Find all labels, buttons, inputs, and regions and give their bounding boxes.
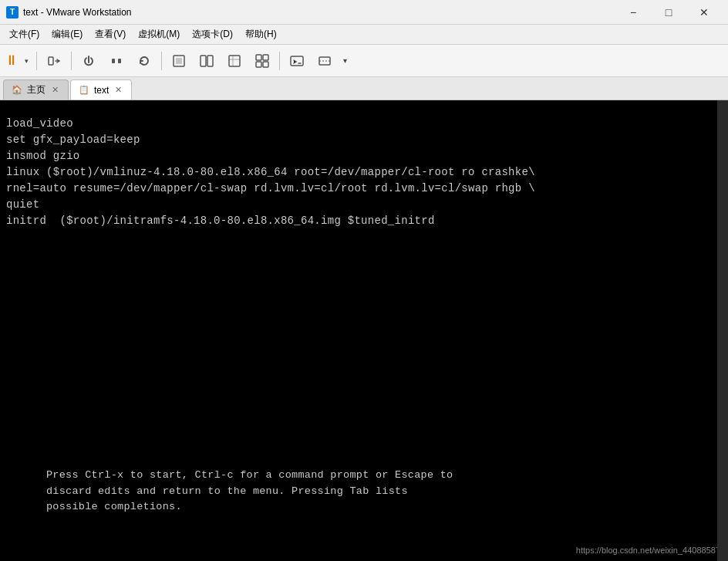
toolbar-separator-3 xyxy=(161,52,162,70)
svg-rect-1 xyxy=(112,59,115,63)
svg-rect-7 xyxy=(229,56,240,66)
svg-rect-5 xyxy=(201,56,206,66)
suspend-button[interactable] xyxy=(103,48,130,74)
home-icon: 🏠 xyxy=(12,85,22,95)
terminal-line-4: linux ($root)/vmlinuz-4.18.0-80.el8.x86_… xyxy=(6,164,722,181)
tab-text[interactable]: 📋 text ✕ xyxy=(70,79,132,100)
svg-rect-8 xyxy=(256,55,261,60)
menu-help[interactable]: 帮助(H) xyxy=(239,25,283,44)
stretch-dropdown-button[interactable]: ▾ xyxy=(339,48,350,74)
svg-rect-9 xyxy=(263,55,268,60)
toolbar-separator-4 xyxy=(279,52,280,70)
tab-home-close[interactable]: ✕ xyxy=(50,84,60,96)
menu-file[interactable]: 文件(F) xyxy=(3,25,46,44)
toolbar-separator-1 xyxy=(36,52,37,70)
tab-text-label: text xyxy=(94,85,109,96)
svg-rect-0 xyxy=(49,57,53,65)
svg-rect-12 xyxy=(291,56,303,66)
terminal-line-2: set gfx_payload=keep xyxy=(6,132,722,148)
watermark: https://blog.csdn.net/weixin_44088587 xyxy=(576,546,720,555)
hint-line-1: Press Ctrl-x to start, Ctrl-c for a comm… xyxy=(46,468,713,483)
vm-icon: 📋 xyxy=(79,85,89,95)
menu-edit[interactable]: 编辑(E) xyxy=(46,25,89,44)
maximize-button[interactable]: □ xyxy=(651,0,686,25)
menu-view[interactable]: 查看(V) xyxy=(89,25,132,44)
svg-rect-10 xyxy=(256,62,261,67)
terminal-line-5: rnel=auto resume=/dev/mapper/cl-swap rd.… xyxy=(6,181,722,197)
terminal-line-7: initrd ($root)/initramfs-4.18.0-80.el8.x… xyxy=(6,213,722,229)
terminal-line-3: insmod gzio xyxy=(6,148,722,164)
tab-bar: 🏠 主页 ✕ 📋 text ✕ xyxy=(0,77,728,100)
tab-text-close[interactable]: ✕ xyxy=(113,84,123,96)
reset-button[interactable] xyxy=(131,48,157,74)
svg-rect-11 xyxy=(263,62,268,67)
power-on-button[interactable] xyxy=(76,48,102,74)
send-cad-button[interactable] xyxy=(41,48,67,74)
title-bar: T text - VMware Workstation − □ ✕ xyxy=(0,0,728,25)
window-title: text - VMware Workstation xyxy=(23,7,615,18)
vm-screen-area: load_video set gfx_payload=keep insmod g… xyxy=(0,100,728,561)
full-screen-button[interactable] xyxy=(221,48,248,74)
close-button[interactable]: ✕ xyxy=(686,0,722,25)
toolbar-separator-2 xyxy=(71,52,72,70)
console-button[interactable] xyxy=(284,48,310,74)
pause-button[interactable]: ⏸ xyxy=(3,50,20,72)
normal-view-button[interactable] xyxy=(166,48,192,74)
svg-rect-4 xyxy=(176,58,182,64)
window-controls: − □ ✕ xyxy=(615,0,722,25)
pause-control[interactable]: ⏸ ▾ xyxy=(3,50,32,72)
hint-line-2: discard edits and return to the menu. Pr… xyxy=(46,484,713,499)
vm-hint-text: Press Ctrl-x to start, Ctrl-c for a comm… xyxy=(46,468,713,515)
menu-tabs[interactable]: 选项卡(D) xyxy=(186,25,239,44)
svg-rect-2 xyxy=(118,59,121,63)
tab-home-label: 主页 xyxy=(27,83,46,96)
tab-home[interactable]: 🏠 主页 ✕ xyxy=(3,79,69,100)
right-edge-bar xyxy=(717,100,728,561)
terminal-line-6: quiet xyxy=(6,197,722,213)
stretch-button[interactable] xyxy=(312,48,338,74)
svg-rect-6 xyxy=(207,56,213,66)
terminal-line-1: load_video xyxy=(6,116,722,132)
vm-screen[interactable]: load_video set gfx_payload=keep insmod g… xyxy=(0,100,728,561)
hint-line-3: possible completions. xyxy=(46,499,713,515)
app-icon: T xyxy=(6,6,19,19)
toolbar: ⏸ ▾ xyxy=(0,45,728,77)
quick-switch-button[interactable] xyxy=(194,48,220,74)
menu-bar: 文件(F) 编辑(E) 查看(V) 虚拟机(M) 选项卡(D) 帮助(H) xyxy=(0,25,728,45)
minimize-button[interactable]: − xyxy=(615,0,651,25)
svg-rect-13 xyxy=(319,57,330,65)
pause-dropdown-button[interactable]: ▾ xyxy=(20,50,32,72)
menu-vm[interactable]: 虚拟机(M) xyxy=(132,25,186,44)
unity-button[interactable] xyxy=(249,48,275,74)
